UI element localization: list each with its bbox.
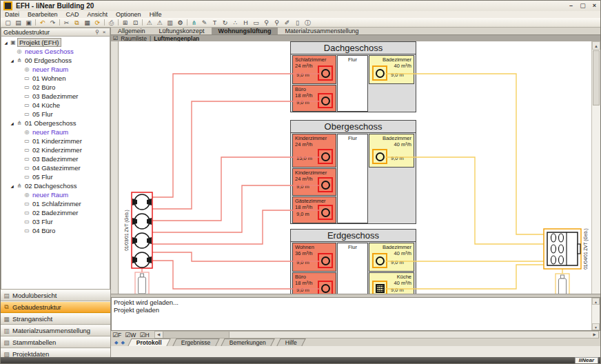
new-icon[interactable]: ▢ (3, 19, 13, 27)
scroll-left-icon[interactable]: ◀ (155, 332, 163, 338)
supply-valve-icon[interactable] (318, 177, 333, 192)
supply-unit[interactable]: 01/03/01 ZVT (Geb.) (124, 192, 152, 268)
menu-ansicht[interactable]: Ansicht (83, 11, 112, 18)
expander-icon[interactable]: ◢ (9, 184, 15, 188)
tree-item-room[interactable]: ▭ 02 Büro (1, 83, 110, 92)
tree-item-floor[interactable]: ◢ ⋔ 00 Erdgeschoss (1, 56, 110, 65)
supply-valve-icon[interactable] (318, 93, 333, 108)
tree-item-room[interactable]: ▭ 03 Flur (1, 217, 110, 226)
filter-checkbox-h[interactable]: ☑H (139, 332, 149, 338)
supply-valve-icon[interactable] (318, 149, 333, 164)
expander-icon[interactable]: ◢ (9, 59, 15, 63)
tab-ergebnisse[interactable]: Ergebnisse (172, 338, 219, 346)
tab-protokoll[interactable]: Protokoll (128, 338, 170, 346)
tab-lueftungskonzept[interactable]: Lüftungskonzept (152, 28, 212, 34)
tree-item-room[interactable]: ▭ 01 Schlafzimmer (1, 199, 110, 208)
supply-valve-icon[interactable] (318, 65, 333, 81)
clipboard-icon[interactable]: ▯ (292, 19, 303, 27)
tree-item-new-room[interactable]: ◎ neuer Raum (1, 65, 110, 74)
supply-valve-icon[interactable] (318, 205, 333, 220)
maximize-button[interactable]: ▢ (577, 1, 589, 10)
view-luftmengenplan[interactable]: Luftmengenplan (154, 35, 199, 42)
cut-icon[interactable]: ✂ (61, 19, 72, 27)
tree-item-floor[interactable]: ◢ ⋔ 02 Dachgeschoss (1, 181, 110, 190)
tree-item-room[interactable]: ▭ 05 Flur (1, 172, 110, 181)
tree-item-room[interactable]: ▭ 02 Kinderzimmer (1, 145, 110, 154)
log-horizontal-scrollbar[interactable]: ◀ ▶ (154, 331, 599, 338)
scroll-down-icon[interactable]: ▼ (592, 323, 600, 330)
tree-item-room[interactable]: ▭ 04 Gästezimmer (1, 163, 110, 172)
connect-icon[interactable]: ⋔ (189, 19, 199, 27)
exhaust-valve-icon[interactable] (372, 149, 387, 164)
checkbox-icon[interactable]: ☑ (113, 35, 118, 41)
tree-item-room[interactable]: ▭ 01 Kinderzimmer (1, 136, 110, 145)
room-cell-supply[interactable]: Büro 18 m³/h 9,0 m (292, 85, 336, 112)
menu-bearbeiten[interactable]: Bearbeiten (23, 11, 62, 18)
tree-item-room[interactable]: ▭ 03 Badezimmer (1, 154, 110, 163)
dimension-icon[interactable]: H (241, 19, 251, 27)
room-cell-supply[interactable]: Kinderzimmer 24 m³/h 9,0 m (292, 168, 336, 196)
luftmengenplan-canvas[interactable]: Dachgeschoss Flur Schlafzimmer 24 m³/h 9… (119, 41, 591, 307)
close-panel-icon[interactable]: × (101, 29, 108, 35)
exhaust-valve-icon[interactable] (372, 253, 387, 268)
window-add-icon[interactable]: ⊞ (120, 19, 130, 27)
tree-item-room[interactable]: ▭ 05 Flur (1, 110, 110, 119)
scroll-up-icon[interactable]: ▲ (592, 41, 600, 50)
minimize-button[interactable]: – (565, 1, 577, 10)
filter-checkbox-w[interactable]: ☑W (125, 332, 136, 338)
tab-nav-prev-icon[interactable]: ◆ (114, 338, 118, 346)
pipette-icon[interactable]: ✐ (282, 19, 292, 27)
tree-item-room[interactable]: ▭ 04 Küche (1, 101, 110, 110)
menu-cad[interactable]: CAD (62, 11, 83, 18)
tab-materialzusammenstellung[interactable]: Materialzusammenstellung (278, 28, 365, 34)
nav-gebaeudestruktur[interactable]: ⧉ Gebäudestruktur (1, 301, 110, 313)
scrollbar-thumb[interactable] (163, 332, 230, 338)
log-vertical-scrollbar[interactable]: ▲ ▼ (591, 298, 600, 330)
exhaust-unit[interactable]: 01/04/01 ZVT (Geb.) (544, 228, 589, 270)
save-icon[interactable]: ▣ (23, 19, 34, 27)
open-icon[interactable]: ▤ (13, 19, 23, 27)
pin-icon[interactable]: ⚲ (94, 29, 101, 35)
nav-moduluebersicht[interactable]: ▤ Modulübersicht (1, 290, 110, 301)
close-button[interactable]: × (589, 1, 600, 10)
room-cell-exhaust[interactable]: Badezimmer 40 m³/h 9,0 m (369, 55, 414, 84)
nav-materialzusammenstellung[interactable]: ▥ Materialzusammenstellung (1, 325, 110, 336)
warning-icon[interactable]: ⚠ (144, 19, 154, 27)
tab-bemerkungen[interactable]: Bemerkungen (221, 338, 274, 346)
region-icon[interactable]: ▭ (251, 19, 261, 27)
menu-optionen[interactable]: Optionen (112, 11, 145, 18)
tree-item-new-room[interactable]: ◎ neuer Raum (1, 128, 110, 136)
filter-checkbox-f[interactable]: ☑F (112, 332, 121, 338)
nav-stammtabellen[interactable]: ▧ Stammtabellen (1, 336, 110, 348)
tree-item-room[interactable]: ▭ 04 Büro (1, 226, 110, 235)
scroll-up-icon[interactable]: ▲ (592, 298, 600, 305)
canvas-vertical-scrollbar[interactable]: ▲ ▼ (591, 41, 600, 307)
room-cell-supply[interactable]: Wohnen 36 m³/h 9,0 m (292, 243, 336, 272)
zoom-in-icon[interactable]: ⚲ (261, 19, 272, 27)
rotate-icon[interactable]: ↻ (220, 19, 230, 27)
info-icon[interactable]: ⓘ (303, 19, 313, 27)
undo-icon[interactable]: ↶ (37, 19, 48, 27)
supply-valve-icon[interactable] (318, 253, 333, 268)
scrollbar-thumb[interactable] (593, 50, 600, 105)
menu-datei[interactable]: Datei (1, 11, 23, 18)
zoom-out-icon[interactable]: ⚲ (272, 19, 282, 27)
print-icon[interactable]: ⎙ (106, 19, 116, 27)
nav-strangansicht[interactable]: ▦ Strangansicht (1, 313, 110, 325)
paste-icon[interactable]: ▦ (82, 19, 92, 27)
tree-item-room[interactable]: ▭ 03 Badezimmer (1, 92, 110, 101)
room-cell-exhaust[interactable]: Badezimmer 40 m³/h 9,0 m (369, 243, 414, 272)
expander-icon[interactable]: ◢ (3, 41, 9, 45)
tree-item-project[interactable]: ◢ ▣ Projekt (EFH) (1, 38, 110, 47)
network-icon[interactable]: ∴ (230, 19, 241, 27)
tree-item-floor[interactable]: ◢ ⋔ 01 Obergeschoss (1, 119, 110, 128)
tree-item-room[interactable]: ▭ 02 Badezimmer (1, 208, 110, 217)
exhaust-valve-icon[interactable] (372, 65, 387, 81)
tab-nav-next-icon[interactable]: ◆ (121, 338, 124, 346)
window-remove-icon[interactable]: ⊡ (130, 19, 141, 27)
refresh-icon[interactable]: ⟳ (92, 19, 103, 27)
scroll-right-icon[interactable]: ▶ (591, 332, 598, 338)
export-icon[interactable]: ▥ (165, 19, 175, 27)
text-icon[interactable]: T (210, 19, 220, 27)
gear-icon[interactable]: ⚙ (175, 19, 185, 27)
